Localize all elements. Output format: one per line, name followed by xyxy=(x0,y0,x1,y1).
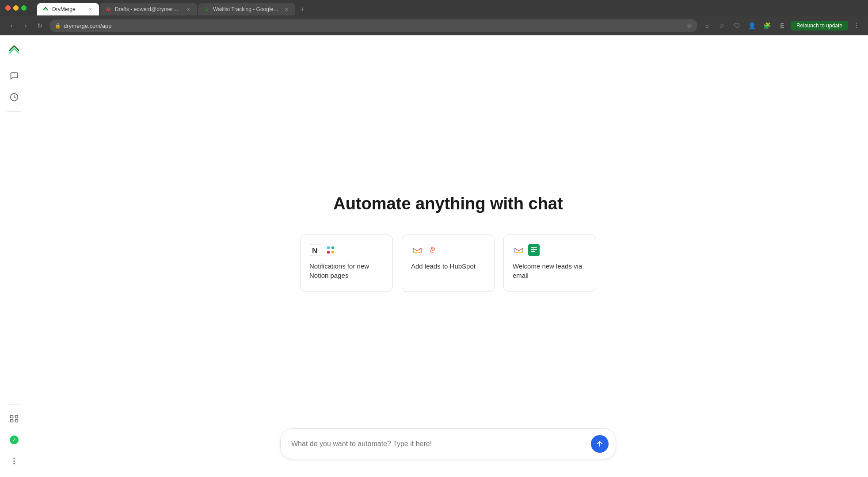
chat-input-container xyxy=(280,428,616,459)
hubspot-icon xyxy=(426,244,438,256)
star-toolbar-btn[interactable]: ☆ xyxy=(716,19,728,32)
window-controls xyxy=(5,5,27,11)
sheets-icon xyxy=(528,244,540,256)
main-content: Automate anything with chat N xyxy=(28,35,868,477)
sidebar-divider-bottom xyxy=(7,404,21,405)
card-icons-gmail-sheets xyxy=(513,244,587,256)
menu-toolbar-btn[interactable]: ⋮ xyxy=(850,19,863,32)
svg-rect-11 xyxy=(327,246,330,249)
card-text-gmail-sheets: Welcome new leads via email xyxy=(513,261,587,280)
svg-text:N: N xyxy=(312,246,317,255)
tab-favicon-drafts: M xyxy=(105,6,111,12)
svg-rect-14 xyxy=(331,251,334,254)
back-button[interactable]: ‹ xyxy=(5,19,18,32)
chat-input[interactable] xyxy=(291,440,591,448)
gmail-icon-2 xyxy=(513,244,525,256)
shield-toolbar-btn[interactable]: 🛡 xyxy=(731,19,743,32)
integrations-icon xyxy=(10,414,19,423)
browser-tab-drafts[interactable]: M Drafts - edward@drymerge... ✕ xyxy=(100,3,197,15)
svg-rect-12 xyxy=(331,246,334,249)
send-icon xyxy=(596,440,604,448)
address-bar-icons: ☆ xyxy=(687,23,692,29)
new-tab-button[interactable]: + xyxy=(296,3,308,15)
suggestion-card-notion-slack[interactable]: N Notifica xyxy=(300,235,393,292)
sidebar-item-more[interactable] xyxy=(5,452,23,470)
minimize-window-btn[interactable] xyxy=(13,5,19,11)
sidebar-logo[interactable] xyxy=(6,42,22,58)
slack-icon xyxy=(324,244,337,256)
sidebar-item-integrations[interactable] xyxy=(5,410,23,428)
reload-button[interactable]: ↻ xyxy=(34,19,46,32)
svg-point-7 xyxy=(14,463,15,464)
title-bar: DryMerge ✕ M Drafts - edward@drymerge...… xyxy=(0,0,868,16)
maximize-window-btn[interactable] xyxy=(21,5,27,11)
search-toolbar-btn[interactable]: ⌕ xyxy=(701,19,713,32)
tabs-bar: DryMerge ✕ M Drafts - edward@drymerge...… xyxy=(34,0,312,15)
svg-rect-29 xyxy=(531,249,537,250)
svg-rect-1 xyxy=(10,416,13,418)
card-icons-gmail-hubspot xyxy=(411,244,485,256)
page-heading: Automate anything with chat xyxy=(333,194,563,213)
bookmark-icon[interactable]: ☆ xyxy=(687,23,692,29)
notion-icon: N xyxy=(309,244,322,256)
more-icon xyxy=(10,457,19,466)
svg-rect-10 xyxy=(325,244,336,256)
browser-tab-drymerge[interactable]: DryMerge ✕ xyxy=(37,3,99,15)
url-text: drymerge.com/app xyxy=(64,23,684,29)
tab-title-drymerge: DryMerge xyxy=(52,6,83,12)
sidebar-item-history[interactable] xyxy=(5,88,23,106)
suggestion-cards: N Notifica xyxy=(300,235,596,292)
nav-buttons: ‹ › ↻ xyxy=(5,19,46,32)
browser-chrome: DryMerge ✕ M Drafts - edward@drymerge...… xyxy=(0,0,868,35)
forward-button[interactable]: › xyxy=(19,19,32,32)
tab-favicon-waitlist: S xyxy=(203,6,209,12)
sidebar-divider-top xyxy=(7,111,21,112)
tab-close-waitlist[interactable]: ✕ xyxy=(283,6,290,13)
card-icons-notion-slack: N xyxy=(309,244,384,256)
svg-point-6 xyxy=(14,461,15,462)
sidebar-item-chat[interactable] xyxy=(5,67,23,85)
sidebar-item-status[interactable]: ✓ xyxy=(5,431,23,449)
svg-rect-2 xyxy=(15,416,18,418)
tab-close-drymerge[interactable]: ✕ xyxy=(87,6,94,13)
svg-rect-13 xyxy=(327,251,330,254)
suggestion-card-gmail-sheets[interactable]: Welcome new leads via email xyxy=(503,235,596,292)
chat-icon xyxy=(10,72,19,80)
history-icon xyxy=(10,93,19,102)
svg-rect-3 xyxy=(10,420,13,422)
gmail-icon xyxy=(411,244,423,256)
browser-tab-waitlist[interactable]: S Waitlist Tracking - Google Sh... ✕ xyxy=(198,3,295,15)
svg-rect-22 xyxy=(431,247,432,249)
lock-icon: 🔒 xyxy=(55,23,61,29)
suggestion-card-gmail-hubspot[interactable]: Add leads to HubSpot xyxy=(402,235,495,292)
address-bar-row: ‹ › ↻ 🔒 drymerge.com/app ☆ ⌕ ☆ 🛡 👤 🧩 E R… xyxy=(0,16,868,35)
close-window-btn[interactable] xyxy=(5,5,11,11)
account-toolbar-btn[interactable]: E xyxy=(776,19,788,32)
chat-send-button[interactable] xyxy=(591,435,609,453)
tab-favicon-drymerge xyxy=(42,6,49,12)
card-text-gmail-hubspot: Add leads to HubSpot xyxy=(411,261,485,271)
app-layout: ✓ Automate anything with chat xyxy=(0,35,868,477)
svg-rect-30 xyxy=(531,251,535,252)
relaunch-button[interactable]: Relaunch to update xyxy=(791,21,848,30)
svg-point-5 xyxy=(14,458,15,459)
tab-title-drafts: Drafts - edward@drymerge... xyxy=(115,6,181,12)
tab-title-waitlist: Waitlist Tracking - Google Sh... xyxy=(213,6,279,12)
sidebar: ✓ xyxy=(0,35,28,477)
profile-toolbar-btn[interactable]: 👤 xyxy=(746,19,758,32)
address-bar[interactable]: 🔒 drymerge.com/app ☆ xyxy=(49,19,697,32)
toolbar-right: ⌕ ☆ 🛡 👤 🧩 E Relaunch to update ⋮ xyxy=(701,19,863,32)
card-text-notion-slack: Notifications for new Notion pages xyxy=(309,261,384,280)
status-dot: ✓ xyxy=(10,435,19,444)
svg-rect-28 xyxy=(531,247,537,248)
svg-rect-4 xyxy=(15,420,18,422)
extensions-toolbar-btn[interactable]: 🧩 xyxy=(761,19,773,32)
tab-close-drafts[interactable]: ✕ xyxy=(185,6,192,13)
svg-point-21 xyxy=(432,248,434,250)
